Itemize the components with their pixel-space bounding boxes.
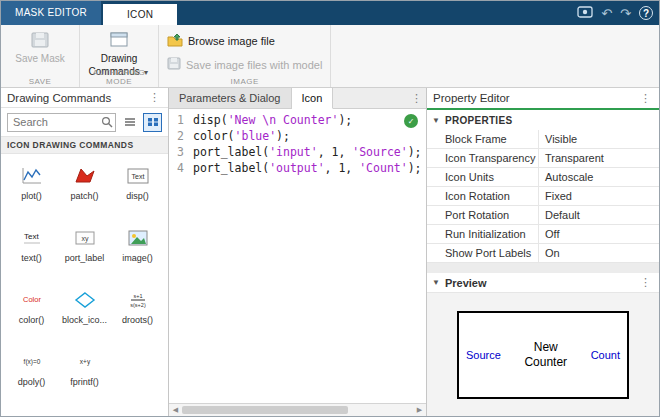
icon-rotation-value[interactable]: Fixed [539,187,659,205]
command-fprintf[interactable]: x+y fprintf() [58,346,111,406]
icon-units-value[interactable]: Autoscale [539,168,659,186]
command-image[interactable]: image() [111,222,164,282]
run-initialization-value[interactable]: Off [539,225,659,243]
image-icon [123,226,153,250]
chevron-down-icon: ▼ [432,278,440,287]
svg-text:x+y: x+y [79,358,90,366]
icon-transparency-value[interactable]: Transparent [539,149,659,167]
save-image-files-button[interactable]: Save image files with model [167,57,322,72]
list-view-button[interactable] [120,113,139,132]
preview-section: ▼ Preview ⋮ Source New Counter Count [427,273,659,416]
command-disp[interactable]: Text disp() [111,160,164,220]
table-row: Run Initialization Off [427,225,659,244]
editor-menu-icon[interactable]: ⋮ [409,93,426,104]
grid-view-button[interactable] [143,113,162,132]
properties-section-header[interactable]: ▼ PROPERTIES [427,110,659,130]
preview-menu-icon[interactable]: ⋮ [638,277,653,288]
color-icon: Color [17,288,47,312]
search-icon [101,116,113,131]
command-text[interactable]: Text text() [5,222,58,282]
save-mask-button[interactable]: Save Mask [9,29,71,64]
table-row: Icon Rotation Fixed [427,187,659,206]
port-label-icon: xy [70,226,100,250]
table-row: Icon Transparency Transparent [427,149,659,168]
preview-section-header[interactable]: ▼ Preview [432,277,487,289]
icon-code-editor[interactable]: 1 disp('New \n Counter'); 2 color('blue'… [169,109,426,403]
property-editor-menu-icon[interactable]: ⋮ [638,93,653,104]
command-droots[interactable]: s+1s(s+2) droots() [111,284,164,344]
port-rotation-value[interactable]: Default [539,206,659,224]
save-image-files-icon [167,57,181,72]
command-block-icon[interactable]: block_ico... [58,284,111,344]
line-number: 4 [169,160,193,176]
ribbon-group-save: Save Mask SAVE [1,25,80,87]
save-group-label: SAVE [1,77,79,86]
tab-mask-editor[interactable]: MASK EDITOR [1,1,101,25]
chevron-down-icon: ▼ [432,116,440,125]
scroll-left-icon[interactable]: ◀ [169,404,182,416]
command-patch[interactable]: patch() [58,160,111,220]
svg-text:xy: xy [81,235,89,243]
undo-icon[interactable]: ↶ [601,7,612,20]
tab-icon-active[interactable]: ICON [103,4,177,25]
save-mask-icon [30,31,50,51]
command-plot[interactable]: plot() [5,160,58,220]
drawing-commands-menu-icon[interactable]: ⋮ [147,92,162,103]
svg-text:f(x)=0: f(x)=0 [23,358,40,366]
scrollbar-thumb[interactable] [182,406,348,414]
editor-horizontal-scrollbar[interactable]: ◀ ▶ [169,403,426,416]
editor-tabbar: Parameters & Dialog Icon ⋮ [169,88,426,109]
help-icon[interactable]: ? [639,6,653,20]
drawing-commands-panel-title: Drawing Commands [7,92,111,104]
panel-gap [427,263,659,273]
command-port-label[interactable]: xy port_label [58,222,111,282]
preview-block-text: New Counter [524,340,567,370]
save-image-files-label: Save image files with model [186,59,322,71]
line-number: 3 [169,144,193,160]
table-row: Block Frame Visible [427,130,659,149]
dpoly-icon: f(x)=0 [17,350,47,374]
ribbon-empty-space [331,25,659,87]
property-editor-panel: Property Editor ⋮ ▼ PROPERTIES Block Fra… [427,88,659,416]
command-color[interactable]: Color color() [5,284,58,344]
block-frame-value[interactable]: Visible [539,130,659,148]
image-group-label: IMAGE [159,77,330,86]
show-port-labels-value[interactable]: On [539,244,659,262]
svg-text:Color: Color [23,295,41,304]
code-line: 3 port_label('input', 1, 'Source'); [169,144,426,160]
tab-parameters-dialog[interactable]: Parameters & Dialog [169,88,292,108]
browse-image-file-button[interactable]: Browse image file [167,33,322,49]
drawing-commands-grid: plot() patch() Text disp() Text text() x… [1,154,168,416]
code-valid-check-icon: ✓ [404,114,418,128]
ribbon-group-authoring-mode: Drawing Commands ▼ AUTHORING MODE [80,25,159,87]
ribbon-group-image: Browse image file Save image files with … [159,25,331,87]
search-input[interactable] [7,113,116,132]
code-line: 4 port_label('output', 1, 'Count'); [169,160,426,176]
tab-icon-editor[interactable]: Icon [292,88,334,109]
quick-access-icon[interactable] [577,5,593,22]
table-row: Icon Units Autoscale [427,168,659,187]
svg-text:s+1: s+1 [133,293,142,299]
droots-icon: s+1s(s+2) [123,288,153,312]
drawing-commands-icon [109,31,129,51]
properties-table: Block Frame Visible Icon Transparency Tr… [427,130,659,263]
preview-canvas: Source New Counter Count [427,293,659,416]
mask-editor-window: MASK EDITOR ICON ↶ ↷ ? Save Mask SAVE [0,0,660,417]
scroll-right-icon[interactable]: ▶ [413,404,426,416]
preview-input-port-label: Source [466,349,501,361]
redo-icon[interactable]: ↷ [620,7,631,20]
browse-image-file-label: Browse image file [188,35,275,47]
fprintf-icon: x+y [70,350,100,374]
property-editor-title: Property Editor [433,92,510,104]
icon-editor-panel: Parameters & Dialog Icon ⋮ 1 disp('New \… [169,88,427,416]
command-dpoly[interactable]: f(x)=0 dpoly() [5,346,58,406]
patch-icon [70,164,100,188]
preview-output-port-label: Count [591,349,620,361]
block-icon-icon [70,288,100,312]
drawing-commands-panel: Drawing Commands ⋮ ICON DRAWING COMMANDS [1,88,169,416]
text-icon: Text [17,226,47,250]
block-preview: Source New Counter Count [457,311,629,399]
browse-image-file-icon [167,33,183,49]
drawing-commands-label-line1: Drawing [101,53,138,64]
svg-text:Text: Text [131,173,144,180]
